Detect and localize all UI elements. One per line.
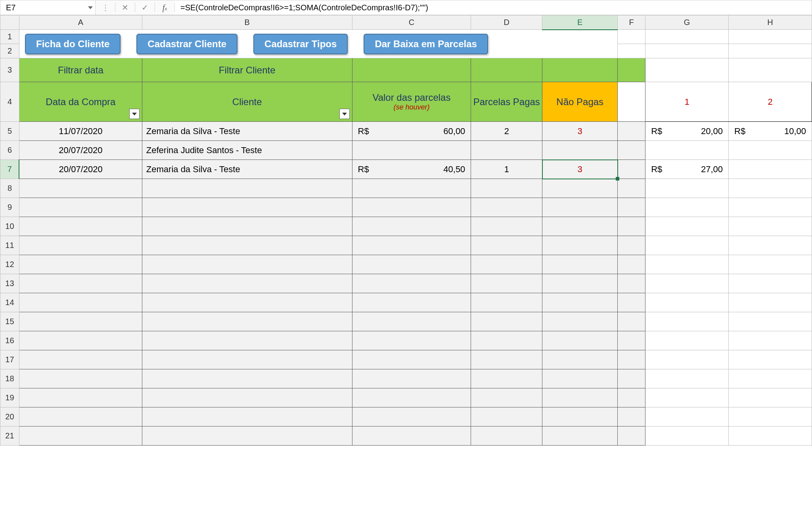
cell-D13[interactable]	[471, 274, 542, 293]
name-box[interactable]: E7	[0, 0, 96, 15]
cell-H20[interactable]	[729, 407, 812, 427]
col-header-G[interactable]: G	[645, 15, 729, 30]
row-header-5[interactable]: 5	[0, 122, 19, 141]
cell-G14[interactable]	[645, 293, 729, 312]
formula-cancel-button[interactable]: ✕	[115, 3, 135, 12]
cell-G21[interactable]	[645, 427, 729, 446]
cell-A10[interactable]	[19, 217, 142, 236]
cell-H8[interactable]	[729, 179, 812, 198]
cell-G19[interactable]	[645, 388, 729, 407]
row-header-2[interactable]: 2	[0, 44, 19, 58]
cell-G9[interactable]	[645, 198, 729, 217]
cell-C14[interactable]	[352, 293, 471, 312]
cell-B21[interactable]	[142, 427, 352, 446]
cell-C12[interactable]	[352, 255, 471, 274]
cell-B17[interactable]	[142, 350, 352, 369]
row-header-9[interactable]: 9	[0, 198, 19, 217]
cell-G8[interactable]	[645, 179, 729, 198]
cell-A16[interactable]	[19, 331, 142, 350]
cell-F7[interactable]	[618, 160, 645, 179]
cell-A19[interactable]	[19, 388, 142, 407]
cell-A18[interactable]	[19, 369, 142, 388]
row-header-10[interactable]: 10	[0, 217, 19, 236]
cell-F20[interactable]	[618, 407, 645, 427]
cell-B19[interactable]	[142, 388, 352, 407]
cell-E6[interactable]	[542, 141, 618, 160]
cell-D16[interactable]	[471, 331, 542, 350]
formula-expand-icon[interactable]: ⋮	[96, 3, 115, 12]
cell-C6[interactable]	[352, 141, 471, 160]
cell-F16[interactable]	[618, 331, 645, 350]
cell-H6[interactable]	[729, 141, 812, 160]
cell-F13[interactable]	[618, 274, 645, 293]
col-header-A[interactable]: A	[19, 15, 142, 30]
cell-G18[interactable]	[645, 369, 729, 388]
select-all-corner[interactable]	[0, 15, 19, 30]
cell-C16[interactable]	[352, 331, 471, 350]
cell-G1[interactable]	[645, 30, 729, 44]
cell-C8[interactable]	[352, 179, 471, 198]
cell-D6[interactable]	[471, 141, 542, 160]
row-header-16[interactable]: 16	[0, 331, 19, 350]
header-valor-parcelas[interactable]: Valor das parcelas (se houver)	[352, 82, 471, 122]
filter-blank-C[interactable]	[352, 58, 471, 82]
cell-H1[interactable]	[729, 30, 812, 44]
cell-G15[interactable]	[645, 312, 729, 331]
row-header-1[interactable]: 1	[0, 30, 19, 44]
cell-F14[interactable]	[618, 293, 645, 312]
cell-F11[interactable]	[618, 236, 645, 255]
row-header-7[interactable]: 7	[0, 160, 19, 179]
cell-G5[interactable]: R$20,00	[645, 122, 729, 141]
cell-C17[interactable]	[352, 350, 471, 369]
cell-A11[interactable]	[19, 236, 142, 255]
cell-D17[interactable]	[471, 350, 542, 369]
row-header-4[interactable]: 4	[0, 82, 19, 122]
row-header-18[interactable]: 18	[0, 369, 19, 388]
row-header-19[interactable]: 19	[0, 388, 19, 407]
cell-E13[interactable]	[542, 274, 618, 293]
cell-F18[interactable]	[618, 369, 645, 388]
cell-A12[interactable]	[19, 255, 142, 274]
cell-E21[interactable]	[542, 427, 618, 446]
filter-dropdown-data[interactable]	[129, 109, 140, 119]
filter-dropdown-cliente[interactable]	[339, 109, 350, 119]
row-header-15[interactable]: 15	[0, 312, 19, 331]
cell-B7[interactable]: Zemaria da Silva - Teste	[142, 160, 352, 179]
cell-D9[interactable]	[471, 198, 542, 217]
cell-G6[interactable]	[645, 141, 729, 160]
row-header-11[interactable]: 11	[0, 236, 19, 255]
cell-E8[interactable]	[542, 179, 618, 198]
col-header-D[interactable]: D	[471, 15, 542, 30]
cell-H21[interactable]	[729, 427, 812, 446]
cell-E17[interactable]	[542, 350, 618, 369]
spreadsheet-grid[interactable]: A B C D E F G H 1 Ficha do Cliente Cadas…	[0, 15, 812, 446]
cell-C19[interactable]	[352, 388, 471, 407]
cell-C13[interactable]	[352, 274, 471, 293]
cell-E14[interactable]	[542, 293, 618, 312]
cell-H3[interactable]	[729, 58, 812, 82]
row-header-13[interactable]: 13	[0, 274, 19, 293]
cell-A7[interactable]: 20/07/2020	[19, 160, 142, 179]
col-header-F[interactable]: F	[618, 15, 645, 30]
insert-function-button[interactable]: fx	[155, 3, 175, 12]
cell-C7[interactable]: R$40,50	[352, 160, 471, 179]
cell-C10[interactable]	[352, 217, 471, 236]
cell-C18[interactable]	[352, 369, 471, 388]
row-header-20[interactable]: 20	[0, 407, 19, 427]
cell-E19[interactable]	[542, 388, 618, 407]
cell-B6[interactable]: Zeferina Judite Santos - Teste	[142, 141, 352, 160]
cell-D11[interactable]	[471, 236, 542, 255]
cell-A5[interactable]: 11/07/2020	[19, 122, 142, 141]
cell-H15[interactable]	[729, 312, 812, 331]
cell-D12[interactable]	[471, 255, 542, 274]
cell-D10[interactable]	[471, 217, 542, 236]
cell-H9[interactable]	[729, 198, 812, 217]
row-header-14[interactable]: 14	[0, 293, 19, 312]
cell-A9[interactable]	[19, 198, 142, 217]
col-header-B[interactable]: B	[142, 15, 352, 30]
cell-G13[interactable]	[645, 274, 729, 293]
header-F[interactable]	[618, 82, 645, 122]
cell-A15[interactable]	[19, 312, 142, 331]
cell-B9[interactable]	[142, 198, 352, 217]
header-cliente[interactable]: Cliente	[142, 82, 352, 122]
